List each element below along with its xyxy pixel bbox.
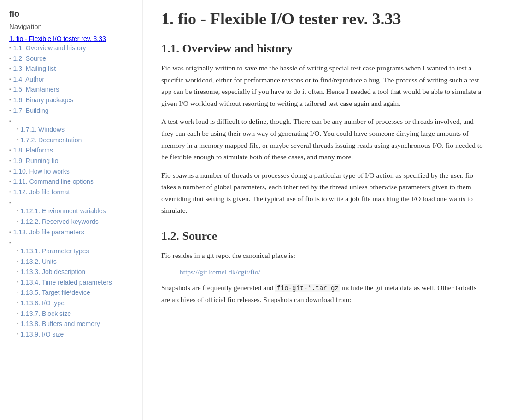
sidebar-item-2[interactable]: 1.3. Mailing list: [9, 64, 135, 74]
sidebar-subitem-6-1[interactable]: 1.7.2. Documentation: [17, 136, 135, 145]
section-source-title: 1.2. Source: [161, 229, 484, 243]
sidebar-sub-group-6: 1.7.1. Windows1.7.2. Documentation: [9, 117, 135, 145]
sidebar-link-0[interactable]: 1.1. Overview and history: [13, 44, 86, 53]
sidebar-link-8[interactable]: 1.9. Running fio: [13, 157, 59, 166]
sidebar-top-link[interactable]: 1. fio - Flexible I/O tester rev. 3.33: [9, 35, 135, 42]
sidebar-sublink-6-1[interactable]: 1.7.2. Documentation: [20, 136, 82, 145]
nav-title: Navigation: [9, 23, 135, 30]
sidebar-link-1[interactable]: 1.2. Source: [13, 54, 47, 64]
sidebar-sublink-12-3[interactable]: 1.13.4. Time related parameters: [20, 278, 112, 287]
sidebar-item-9[interactable]: 1.10. How fio works: [9, 167, 135, 176]
sidebar-subitem-12-8[interactable]: 1.13.9. I/O size: [17, 330, 135, 339]
source-link-block: https://git.kernel.dk/cgit/fio/: [180, 268, 484, 276]
sidebar-subitem-11-0[interactable]: 1.12.1. Environment variables: [17, 207, 135, 216]
sidebar-sublink-12-0[interactable]: 1.13.1. Parameter types: [20, 247, 89, 256]
sidebar-link-3[interactable]: 1.4. Author: [13, 75, 45, 84]
sidebar-link-7[interactable]: 1.8. Platforms: [13, 146, 53, 155]
sidebar-sub-group-12: 1.13.1. Parameter types1.13.2. Units1.13…: [9, 238, 135, 339]
site-title: fio: [9, 9, 135, 19]
sidebar-item-0[interactable]: 1.1. Overview and history: [9, 44, 135, 53]
sidebar-link-9[interactable]: 1.10. How fio works: [13, 167, 70, 176]
main-content: 1. fio - Flexible I/O tester rev. 3.33 1…: [143, 0, 502, 420]
sidebar-link-10[interactable]: 1.11. Command line options: [13, 177, 94, 187]
sidebar-sublink-12-4[interactable]: 1.13.5. Target file/device: [20, 288, 90, 298]
sidebar-item-6[interactable]: 1.7. Building: [9, 106, 135, 116]
overview-para-1: Fio was originally written to save me th…: [161, 62, 484, 109]
overview-para-3: Fio spawns a number of threads or proces…: [161, 169, 484, 216]
sidebar-subitem-12-6[interactable]: 1.13.7. Block size: [17, 309, 135, 319]
sidebar-item-1[interactable]: 1.2. Source: [9, 54, 135, 64]
sidebar-subitem-12-1[interactable]: 1.13.2. Units: [17, 257, 135, 267]
sidebar-link-6[interactable]: 1.7. Building: [13, 106, 49, 116]
sidebar-item-11[interactable]: 1.12. Job file format: [9, 188, 135, 197]
sidebar-link-12[interactable]: 1.13. Job file parameters: [13, 228, 84, 237]
source-code: fio-git-*.tar.gz: [275, 284, 340, 292]
sidebar-subitem-12-2[interactable]: 1.13.3. Job description: [17, 268, 135, 277]
sidebar-subitem-12-4[interactable]: 1.13.5. Target file/device: [17, 288, 135, 298]
sidebar-subitem-12-7[interactable]: 1.13.8. Buffers and memory: [17, 320, 135, 329]
page-title: 1. fio - Flexible I/O tester rev. 3.33: [161, 9, 484, 29]
sidebar-item-5[interactable]: 1.6. Binary packages: [9, 96, 135, 105]
sidebar-sublink-12-5[interactable]: 1.13.6. I/O type: [20, 299, 65, 308]
sidebar-item-4[interactable]: 1.5. Maintainers: [9, 85, 135, 94]
source-para-2: Snapshots are frequently generated and f…: [161, 282, 484, 306]
sidebar-sublink-12-6[interactable]: 1.13.7. Block size: [20, 309, 71, 319]
sidebar: fio Navigation 1. fio - Flexible I/O tes…: [0, 0, 143, 420]
sidebar-sub-group-11: 1.12.1. Environment variables1.12.2. Res…: [9, 198, 135, 226]
sidebar-subitem-6-0[interactable]: 1.7.1. Windows: [17, 125, 135, 134]
sidebar-sublink-12-1[interactable]: 1.13.2. Units: [20, 257, 57, 267]
sidebar-subitem-12-5[interactable]: 1.13.6. I/O type: [17, 299, 135, 308]
sidebar-sublink-12-7[interactable]: 1.13.8. Buffers and memory: [20, 320, 100, 329]
sidebar-subitem-12-3[interactable]: 1.13.4. Time related parameters: [17, 278, 135, 287]
sidebar-item-7[interactable]: 1.8. Platforms: [9, 146, 135, 155]
sidebar-sublink-6-0[interactable]: 1.7.1. Windows: [20, 125, 65, 134]
sidebar-sublink-11-0[interactable]: 1.12.1. Environment variables: [20, 207, 106, 216]
sidebar-link-5[interactable]: 1.6. Binary packages: [13, 96, 74, 105]
source-link[interactable]: https://git.kernel.dk/cgit/fio/: [180, 268, 260, 276]
sidebar-nav: 1.1. Overview and history1.2. Source1.3.…: [9, 44, 135, 339]
sidebar-link-11[interactable]: 1.12. Job file format: [13, 188, 70, 197]
sidebar-sublink-12-2[interactable]: 1.13.3. Job description: [20, 268, 85, 277]
sidebar-top-link-anchor[interactable]: 1. fio - Flexible I/O tester rev. 3.33: [9, 35, 106, 42]
section-overview-title: 1.1. Overview and history: [161, 42, 484, 56]
sidebar-item-8[interactable]: 1.9. Running fio: [9, 157, 135, 166]
sidebar-link-2[interactable]: 1.3. Mailing list: [13, 64, 56, 74]
sidebar-item-12[interactable]: 1.13. Job file parameters: [9, 228, 135, 237]
sidebar-subitem-11-1[interactable]: 1.12.2. Reserved keywords: [17, 217, 135, 227]
source-para-1: Fio resides in a git repo, the canonical…: [161, 250, 484, 262]
overview-para-2: A test work load is difficult to define,…: [161, 116, 484, 163]
sidebar-item-10[interactable]: 1.11. Command line options: [9, 177, 135, 187]
sidebar-sublink-11-1[interactable]: 1.12.2. Reserved keywords: [20, 217, 99, 227]
sidebar-item-3[interactable]: 1.4. Author: [9, 75, 135, 84]
sidebar-subitem-12-0[interactable]: 1.13.1. Parameter types: [17, 247, 135, 256]
sidebar-link-4[interactable]: 1.5. Maintainers: [13, 85, 59, 94]
sidebar-sublink-12-8[interactable]: 1.13.9. I/O size: [20, 330, 64, 339]
